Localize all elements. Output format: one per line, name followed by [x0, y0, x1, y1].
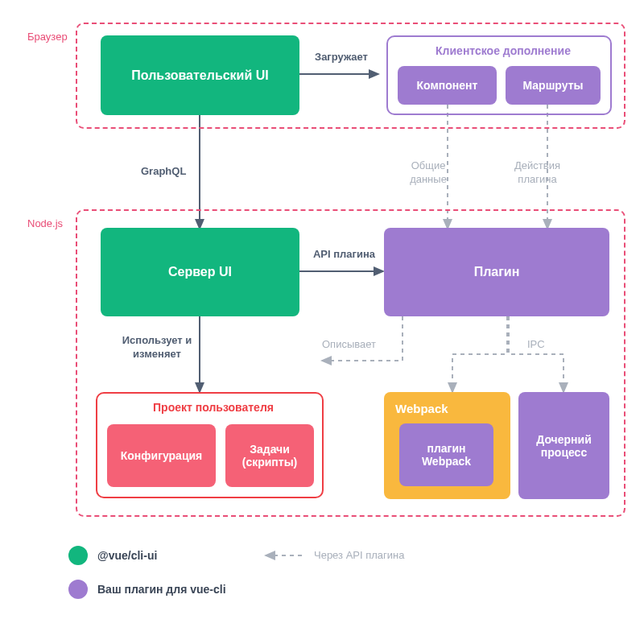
box-webpack-plugin-label: плагин Webpack [404, 442, 489, 468]
legend-your-plugin-label: Ваш плагин для vue-cli [97, 583, 226, 596]
box-tasks-label: Задачи (скрипты) [230, 443, 309, 469]
link-shared-data: Общие данные [401, 159, 456, 187]
box-routes-label: Маршруты [523, 79, 584, 92]
box-tasks: Задачи (скрипты) [225, 424, 314, 487]
link-uses-modifies: Использует и изменяет [113, 334, 201, 361]
link-graphql: GraphQL [141, 165, 186, 179]
box-server-ui-label: Сервер UI [168, 265, 232, 279]
box-child-process-label: Дочерний процесс [523, 433, 605, 459]
box-server-ui: Сервер UI [101, 228, 299, 316]
legend-via-api: Через API плагина [314, 549, 404, 561]
link-plugin-api: API плагина [306, 248, 382, 262]
box-user-ui: Пользовательский UI [101, 35, 299, 115]
box-component: Компонент [398, 66, 497, 105]
link-ipc: IPC [527, 338, 545, 352]
group-user-project-title: Проект пользователя [141, 401, 286, 414]
box-routes: Маршруты [506, 66, 601, 105]
legend-dot-purple [68, 580, 88, 599]
legend-vue-cli-ui-label: @vue/cli-ui [97, 549, 157, 562]
box-configuration: Конфигурация [107, 424, 216, 487]
panel-browser-label: Браузер [24, 31, 71, 43]
legend-dot-green [68, 546, 88, 565]
link-describes: Описывает [322, 338, 376, 352]
link-loads: Загружает [309, 51, 374, 64]
panel-nodejs-label: Node.js [24, 217, 66, 229]
box-webpack-label: Webpack [395, 402, 448, 415]
group-client-addon-title: Клиентское дополнение [427, 44, 580, 57]
box-webpack-plugin: плагин Webpack [399, 423, 493, 486]
link-plugin-actions: Действия плагина [507, 159, 568, 187]
box-configuration-label: Конфигурация [121, 449, 203, 462]
box-plugin: Плагин [384, 228, 609, 316]
legend-vue-cli-ui: @vue/cli-ui [68, 546, 157, 565]
box-component-label: Компонент [417, 79, 478, 92]
box-child-process: Дочерний процесс [518, 392, 609, 499]
legend-your-plugin: Ваш плагин для vue-cli [68, 580, 226, 599]
box-user-ui-label: Пользовательский UI [131, 68, 268, 83]
box-plugin-label: Плагин [474, 265, 520, 279]
